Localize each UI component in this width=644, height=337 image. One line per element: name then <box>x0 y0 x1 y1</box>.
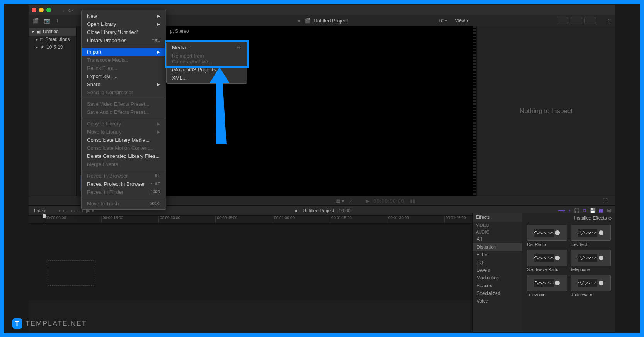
effect-label: Television <box>527 292 567 297</box>
chevron-right-icon: ▸ <box>36 37 38 42</box>
sidebar-item-date[interactable]: ▸ ★ 10-5-19 <box>29 43 76 51</box>
view-dropdown[interactable]: View ▾ <box>455 18 469 23</box>
effects-categories: Effects VIDEO AUDIO AllDistortionEchoEQL… <box>473 213 522 332</box>
file-menu: New▶Open Library▶Close Library "Untitled… <box>81 10 166 210</box>
range-tool-icon[interactable]: ▭ <box>71 208 75 213</box>
effect-tile[interactable]: Telephone <box>571 250 611 272</box>
import-icon[interactable]: ↓ <box>62 7 65 13</box>
effects-audio-section: AUDIO <box>473 229 522 235</box>
timecode-display: 00:00:00:00 <box>373 198 404 204</box>
menu-item: Send to Compressor <box>82 88 166 97</box>
play-icon[interactable]: ▶ <box>366 198 370 204</box>
project-title: Untitled Project <box>313 18 348 24</box>
trim-tool-icon[interactable]: ▭ <box>55 208 60 213</box>
effect-thumbnail <box>571 225 611 241</box>
effect-tile[interactable]: Low Tech <box>571 225 611 247</box>
effect-thumbnail <box>571 275 611 291</box>
effect-tile[interactable]: Shortwave Radio <box>527 250 567 272</box>
menu-item[interactable]: Library Properties^⌘J <box>82 36 166 44</box>
menu-item[interactable]: Delete Generated Library Files... <box>82 152 166 160</box>
menu-item: Transcode Media... <box>82 56 166 64</box>
menu-item[interactable]: Close Library "Untitled" <box>82 28 166 36</box>
ruler-mark: 00:00:00:00 <box>44 216 101 223</box>
effects-category-item[interactable]: EQ <box>473 259 522 266</box>
effects-header: Effects <box>473 213 522 222</box>
folder-icon: □ <box>40 37 43 42</box>
effect-label: Low Tech <box>571 242 611 247</box>
menu-item[interactable]: Open Library▶ <box>82 20 166 28</box>
inspector-panel: Nothing to Inspect <box>476 26 615 196</box>
timeline-index-button[interactable]: Index <box>29 208 51 213</box>
share-icon[interactable]: ⇧ <box>607 18 612 24</box>
zoom-window-icon[interactable] <box>46 8 51 12</box>
sidebar-item-smart[interactable]: ▸ □ Smar...tions <box>29 36 76 43</box>
library-header[interactable]: ▾ ▣ Untitled <box>29 28 76 36</box>
titles-tab-icon[interactable]: T <box>56 18 59 24</box>
menu-item[interactable]: Export XML... <box>82 72 166 80</box>
submenu-item[interactable]: XML... <box>167 74 247 82</box>
effects-category-item[interactable]: Modulation <box>473 274 522 282</box>
close-window-icon[interactable] <box>32 8 36 12</box>
menu-item[interactable]: Import▶ <box>82 48 166 56</box>
library-tab-icon[interactable]: 🎬 <box>32 18 39 24</box>
transport-bar: ▦ ▾ ⟋ ▶ 00:00:00:00 ▮▮ ⛶ <box>165 196 615 205</box>
audio-meter-icon[interactable]: ▮▮ <box>410 198 415 204</box>
inspector-tab-1[interactable] <box>557 17 568 24</box>
fit-dropdown[interactable]: Fit ▾ <box>438 18 447 23</box>
ruler-mark: 00:00:15:00 <box>101 216 158 223</box>
menu-separator <box>82 170 166 170</box>
inspector-tab-3[interactable] <box>584 17 596 24</box>
library-sidebar: ▾ ▣ Untitled ▸ □ Smar...tions ▸ ★ 10-5-1… <box>29 26 77 196</box>
effects-category-item[interactable]: All <box>473 235 522 243</box>
menu-item[interactable]: New▶ <box>82 12 166 20</box>
effects-category-item[interactable]: Specialized <box>473 290 522 297</box>
submenu-item: Reimport from Camera/Archive... <box>167 52 247 66</box>
installed-effects-dropdown[interactable]: Installed Effects ◇ <box>574 215 612 221</box>
menu-item[interactable]: Consolidate Library Media... <box>82 136 166 144</box>
menu-item[interactable]: Share▶ <box>82 80 166 88</box>
empty-clip-placeholder <box>48 260 94 286</box>
import-submenu: Media...⌘IReimport from Camera/Archive..… <box>166 42 247 84</box>
menu-separator <box>82 118 166 118</box>
menu-separator <box>82 198 166 198</box>
browser-tabs: 🎬 📷 T <box>29 18 59 24</box>
back-icon[interactable]: ◄ <box>296 18 301 24</box>
effects-category-item[interactable]: Distortion <box>473 243 522 251</box>
keyword-icon[interactable]: ○• <box>68 7 73 13</box>
submenu-item[interactable]: Media...⌘I <box>167 44 247 52</box>
timeline-back-icon[interactable]: ◄ <box>293 208 298 213</box>
effect-tile[interactable]: Underwater <box>571 275 611 297</box>
menu-item: Move to Trash⌘⌫ <box>82 200 166 208</box>
effect-label: Telephone <box>571 267 611 272</box>
clip-appearance-icon[interactable]: ▦ ▾ <box>336 198 344 204</box>
zoom-slider-icon[interactable]: ⟋ <box>348 198 353 204</box>
fullscreen-icon[interactable]: ⛶ <box>603 198 608 204</box>
position-tool-icon[interactable]: ▭ <box>63 208 68 213</box>
effect-label: Underwater <box>571 292 611 297</box>
effects-category-item[interactable]: Spaces <box>473 282 522 290</box>
ruler-mark: 00:01:00:00 <box>273 216 330 223</box>
menu-item: Merge Events <box>82 160 166 168</box>
inspector-tab-2[interactable] <box>571 17 582 24</box>
effect-thumbnail <box>571 250 611 266</box>
photos-tab-icon[interactable]: 📷 <box>44 18 50 24</box>
effects-category-item[interactable]: Levels <box>473 266 522 274</box>
toolbar-left: ↓ ○• <box>62 7 73 13</box>
project-title-area: ◄ 🎬 Untitled Project <box>296 18 348 24</box>
chevron-down-icon: ▾ <box>32 29 34 34</box>
submenu-item[interactable]: iMovie iOS Projects... <box>167 66 247 74</box>
effects-category-item[interactable]: Voice <box>473 297 522 305</box>
effect-tile[interactable]: Television <box>527 275 567 297</box>
filmstrip-edge <box>473 26 476 196</box>
menu-item: Reveal in Browser⇧F <box>82 172 166 180</box>
effects-category-item[interactable]: Echo <box>473 251 522 259</box>
effect-thumbnail <box>527 250 567 266</box>
watermark-badge: T <box>12 318 22 329</box>
effect-tile[interactable]: Car Radio <box>527 225 567 247</box>
effect-thumbnail <box>527 275 567 291</box>
minimize-window-icon[interactable] <box>39 8 44 12</box>
menu-item[interactable]: Reveal Project in Browser⌥⇧F <box>82 180 166 188</box>
effects-browser: Effects VIDEO AUDIO AllDistortionEchoEQL… <box>472 213 615 332</box>
ruler-mark: 00:01:15:00 <box>330 216 387 223</box>
effect-label: Car Radio <box>527 242 567 247</box>
